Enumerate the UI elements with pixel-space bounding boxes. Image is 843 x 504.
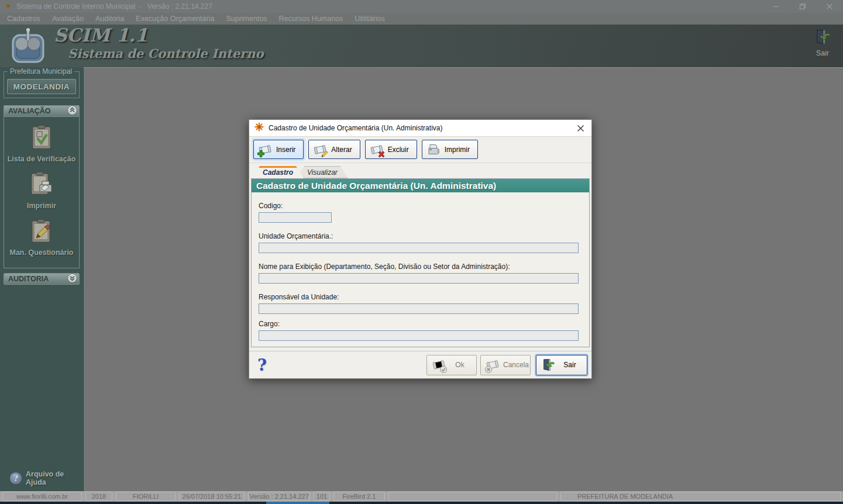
- sidebar: Prefeitura Municipal MODELANDIA AVALIAÇÃ…: [0, 67, 83, 491]
- sidebar-item-label: Imprimir: [27, 202, 56, 210]
- sidebar-item-lista-de-verificacao[interactable]: Lista de Verificação: [4, 124, 79, 163]
- collapse-chevrons-up-icon[interactable]: [67, 105, 77, 118]
- scroll-plus-icon: [258, 143, 272, 157]
- nome-exibicao-field[interactable]: [259, 273, 579, 284]
- scroll-x-icon: [370, 143, 384, 157]
- status-version: Versão : 2.21.14.227: [248, 492, 310, 501]
- sidebar-item-imprimir[interactable]: Imprimir: [4, 171, 79, 210]
- app-logo-subtitle: Sistema de Controle Interno: [68, 46, 263, 61]
- dialog-help-icon[interactable]: ?: [257, 357, 267, 373]
- menu-suprimentos[interactable]: Suprimentos: [220, 13, 273, 25]
- dialog-titlebar: Cadastro de Unidade Orçamentária (Un. Ad…: [249, 120, 591, 137]
- scim-logo-icon: [4, 27, 53, 67]
- entity-groupbox: Prefeitura Municipal MODELANDIA: [4, 71, 80, 98]
- ok-button[interactable]: Ok: [426, 355, 477, 375]
- menu-recursos-humanos[interactable]: Recursos Humanos: [273, 13, 349, 25]
- scroll-pencil-icon: [313, 143, 327, 157]
- header-exit-label: Sair: [816, 49, 829, 57]
- inserir-button[interactable]: Inserir: [253, 140, 304, 159]
- clipboard-printer-icon: [28, 171, 55, 200]
- status-vendor: FIORILLI: [116, 492, 176, 501]
- scroll-cancel-icon: [486, 358, 500, 372]
- menu-execucao-orcamentaria[interactable]: Execução Orçamentária: [130, 13, 220, 25]
- dialog-footer: ? Ok Cancela: [249, 351, 591, 378]
- page-title: Cadastro de Unidade Orçamentária (Un. Ad…: [252, 179, 589, 192]
- cancela-button[interactable]: Cancela: [480, 355, 531, 375]
- statusbar: www.fiorilli.com.br 2018 FIORILLI 26/07/…: [0, 491, 843, 502]
- minimize-button[interactable]: [762, 0, 789, 13]
- menu-avaliacao[interactable]: Avaliação: [46, 13, 90, 25]
- scroll-check-icon: [432, 358, 446, 372]
- entity-group-label: Prefeitura Municipal: [8, 67, 74, 75]
- cargo-label: Cargo:: [259, 320, 579, 328]
- nome-exibicao-label: Nome para Exibição (Departamento, Seção,…: [259, 263, 579, 271]
- sidebar-item-label: Lista de Verificação: [8, 155, 76, 163]
- taskbar-strip: [0, 502, 843, 504]
- alterar-button[interactable]: Alterar: [308, 140, 360, 159]
- sidebar-item-man-questionario[interactable]: Man. Questionário: [4, 218, 79, 257]
- section-header-avaliacao[interactable]: AVALIAÇÃO: [4, 105, 80, 117]
- cadastro-tab-page: Cadastro de Unidade Orçamentária (Un. Ad…: [251, 178, 590, 347]
- help-file-link[interactable]: ? Arquivo de Ajuda: [0, 470, 83, 486]
- imprimir-button[interactable]: Imprimir: [422, 140, 478, 159]
- app-window: Sistema de Controle Interno Municipal - …: [0, 0, 843, 504]
- status-website: www.fiorilli.com.br: [2, 492, 82, 501]
- window-titlebar: Sistema de Controle Interno Municipal - …: [0, 0, 843, 13]
- unidade-orcamentaria-label: Unidade Orçamentária.:: [259, 232, 579, 240]
- codigo-field[interactable]: [259, 212, 332, 223]
- dialog-tabs: Cadastro Visualizar: [249, 166, 591, 178]
- status-empty: [388, 492, 557, 501]
- printer-icon: [426, 143, 441, 157]
- dialog-app-icon: [254, 122, 264, 134]
- status-entity: PREFEITURA DE MODELANDIA: [560, 492, 841, 501]
- menu-cadastros[interactable]: Cadastros: [1, 13, 46, 25]
- app-logo-title: SCIM 1.1: [54, 25, 148, 46]
- status-database: FireBird 2.1: [333, 492, 385, 501]
- menu-auditoria[interactable]: Auditoria: [90, 13, 130, 25]
- tab-visualizar[interactable]: Visualizar: [297, 166, 348, 178]
- cargo-field[interactable]: [259, 330, 579, 341]
- restore-button[interactable]: [789, 0, 816, 13]
- status-datetime: 26/07/2018 10:55:21: [179, 492, 245, 501]
- expand-chevrons-down-icon[interactable]: [67, 273, 77, 285]
- sidebar-item-label: Man. Questionário: [9, 248, 73, 257]
- clipboard-pencil-icon: [28, 218, 55, 247]
- menu-utilitarios[interactable]: Utilitários: [349, 13, 390, 25]
- taskbar-accent: [266, 502, 329, 504]
- close-window-button[interactable]: [816, 0, 843, 13]
- codigo-label: Codigo:: [259, 202, 579, 210]
- tab-cadastro[interactable]: Cadastro: [252, 166, 304, 178]
- window-title: Sistema de Controle Interno Municipal - …: [16, 2, 212, 11]
- exit-door-icon: [814, 28, 831, 48]
- excluir-button[interactable]: Excluir: [365, 140, 417, 159]
- status-code: 101: [314, 492, 330, 501]
- menubar: Cadastros Avaliação Auditoria Execução O…: [0, 13, 843, 25]
- app-header: SCIM 1.1 Sistema de Controle Interno Sai…: [0, 25, 843, 67]
- status-year: 2018: [85, 492, 112, 501]
- app-icon: [5, 1, 12, 12]
- section-header-auditoria[interactable]: AUDITORIA: [4, 273, 80, 285]
- exit-door-icon: [541, 358, 555, 372]
- sair-button[interactable]: Sair: [536, 355, 587, 375]
- clipboard-check-icon: [28, 124, 55, 153]
- cadastro-unidade-dialog: Cadastro de Unidade Orçamentária (Un. Ad…: [249, 119, 592, 379]
- unidade-orcamentaria-field[interactable]: [259, 243, 579, 253]
- dialog-toolbar: Inserir Alterar Excluir: [249, 137, 591, 163]
- header-exit-button[interactable]: Sair: [807, 28, 838, 57]
- help-icon: ?: [9, 472, 22, 485]
- entity-button[interactable]: MODELANDIA: [7, 79, 76, 94]
- dialog-close-icon[interactable]: [572, 120, 589, 136]
- cadastro-form: Codigo: Unidade Orçamentária.: Nome para…: [252, 192, 589, 341]
- responsavel-label: Responsável da Unidade:: [259, 293, 579, 301]
- responsavel-field[interactable]: [259, 303, 579, 314]
- dialog-title: Cadastro de Unidade Orçamentária (Un. Ad…: [269, 124, 572, 132]
- avaliacao-panel: Lista de Verificação Imprimir: [4, 117, 80, 268]
- help-file-label: Arquivo de Ajuda: [26, 470, 83, 486]
